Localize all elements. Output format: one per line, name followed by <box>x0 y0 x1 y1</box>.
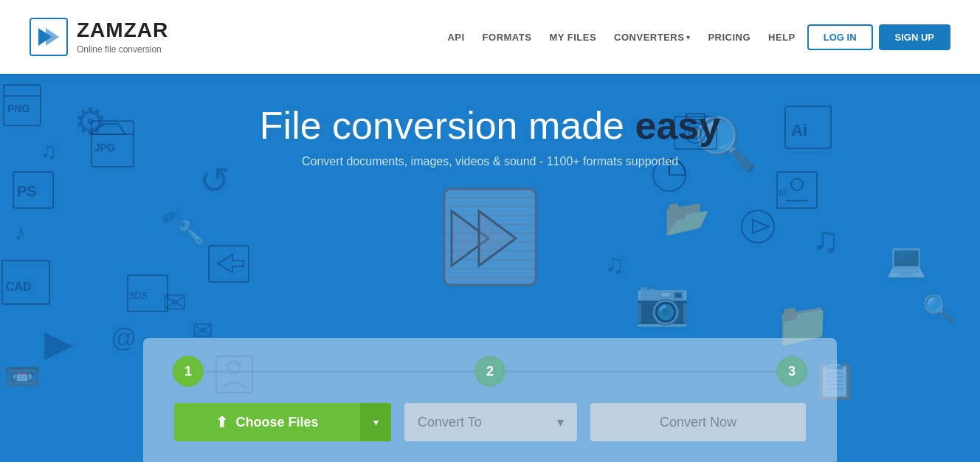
jpg-icon: JPG <box>89 118 137 177</box>
nav-help[interactable]: HELP <box>768 32 796 43</box>
convert-to-chevron: ▾ <box>557 414 564 430</box>
logo-icon <box>30 18 68 56</box>
step-2: 2 <box>475 356 505 387</box>
play-circle-icon <box>738 207 779 254</box>
steps-indicator: 1 2 3 <box>173 356 807 387</box>
logo-area: ZAMZAR Online file conversion <box>30 18 168 56</box>
music-right-icon: ♫ <box>812 221 840 258</box>
svg-text:PS: PS <box>17 183 37 199</box>
refresh-icon: ↺ <box>199 162 230 199</box>
music3-icon: ♫ <box>605 251 624 277</box>
nav-converters[interactable]: CONVERTERS ▾ <box>614 32 690 43</box>
pencil-icon: ✏ <box>159 204 184 230</box>
camera-stack-icon: 📷 <box>635 280 690 325</box>
header: ZAMZAR Online file conversion API FORMAT… <box>0 0 980 74</box>
action-row: ⬆ Choose Files ▾ Convert To ▾ Convert No… <box>173 403 807 441</box>
play-box-icon: ▶ <box>44 325 72 362</box>
signup-button[interactable]: SIGN UP <box>879 24 950 50</box>
step-line-1 <box>204 370 475 373</box>
choose-files-label: Choose Files <box>235 415 318 430</box>
cassette-icon: 📼 <box>4 362 41 391</box>
choose-files-dropdown[interactable]: ▾ <box>360 403 391 441</box>
step-3: 3 <box>776 356 807 387</box>
svg-text:3DS: 3DS <box>129 290 148 301</box>
convert-to-button[interactable]: Convert To ▾ <box>404 403 577 441</box>
svg-text:CAD: CAD <box>6 280 32 293</box>
hero-title: File conversion made easy <box>260 103 720 148</box>
nav-api[interactable]: API <box>447 32 464 43</box>
wrench-icon: 🔧 <box>177 221 204 244</box>
svg-rect-7 <box>2 261 49 304</box>
svg-rect-5 <box>13 172 53 208</box>
conversion-bar: 1 2 3 ⬆ Choose Files ▾ <box>143 338 837 462</box>
fan-icon: ⚙ <box>74 103 107 140</box>
main-nav: API FORMATS MY FILES CONVERTERS ▾ PRICIN… <box>447 32 795 43</box>
svg-marker-24 <box>753 220 769 233</box>
svg-marker-12 <box>92 124 125 134</box>
logo-tagline: Online file conversion <box>77 44 162 55</box>
step-line-2 <box>505 370 776 373</box>
upload-icon: ⬆ <box>215 413 228 431</box>
hero-subtitle: Convert documents, images, videos & soun… <box>302 155 678 168</box>
id-badge-icon: ID <box>775 170 819 217</box>
convert-now-button[interactable]: Convert Now <box>590 403 806 441</box>
choose-files-main[interactable]: ⬆ Choose Files <box>174 403 360 441</box>
svg-text:JPG: JPG <box>94 142 115 154</box>
svg-marker-14 <box>218 255 244 272</box>
svg-rect-25 <box>128 275 168 311</box>
png-icon: PNG <box>0 81 44 137</box>
cad-icon: CAD <box>0 258 52 314</box>
nav-converters-label[interactable]: CONVERTERS <box>614 32 684 43</box>
chevron-down-icon: ▾ <box>686 33 690 41</box>
logo-text: ZAMZAR Online file conversion <box>77 18 168 55</box>
music2-icon: ♪ <box>15 221 26 244</box>
hero-title-normal: File conversion made <box>260 104 635 147</box>
hero-section: PNG ⚙ ♫ PS ♪ CAD ▶ 📼 JPG <box>0 74 980 462</box>
svg-text:Ai: Ai <box>791 121 807 139</box>
nav-formats[interactable]: FORMATS <box>483 32 532 43</box>
svg-marker-1 <box>46 28 59 46</box>
laptop-icon: 💻 <box>886 244 927 277</box>
svg-rect-17 <box>777 172 817 208</box>
login-button[interactable]: LOG IN <box>807 24 873 50</box>
nav-my-files[interactable]: MY FILES <box>549 32 596 43</box>
svg-point-23 <box>742 210 774 243</box>
choose-files-button[interactable]: ⬆ Choose Files ▾ <box>174 403 391 441</box>
music-note-icon: ♫ <box>41 140 58 162</box>
3ds-icon: 3DS <box>125 273 170 320</box>
arrow-right-box <box>207 244 251 291</box>
logo-name: ZAMZAR <box>77 18 168 42</box>
svg-rect-15 <box>785 106 831 148</box>
svg-text:PNG: PNG <box>7 103 30 114</box>
svg-rect-2 <box>4 85 41 125</box>
envelope-icon: ✉ <box>162 288 187 317</box>
center-play-icon <box>431 183 549 294</box>
svg-rect-13 <box>209 246 249 282</box>
nav-pricing[interactable]: PRICING <box>708 32 750 43</box>
hero-title-bold: easy <box>635 104 721 147</box>
at-icon: @ <box>111 325 137 351</box>
svg-text:ID: ID <box>779 188 787 197</box>
ps-icon: PS <box>11 170 55 217</box>
ai-icon: Ai <box>782 103 834 159</box>
chevron-down-icon: ▾ <box>373 416 379 428</box>
svg-point-19 <box>791 179 803 190</box>
folder-icon: 📂 <box>664 199 710 236</box>
step-1: 1 <box>173 356 204 387</box>
svg-rect-9 <box>92 121 134 167</box>
magnify-icon: 🔍 <box>922 295 955 321</box>
convert-to-label: Convert To <box>418 415 482 430</box>
